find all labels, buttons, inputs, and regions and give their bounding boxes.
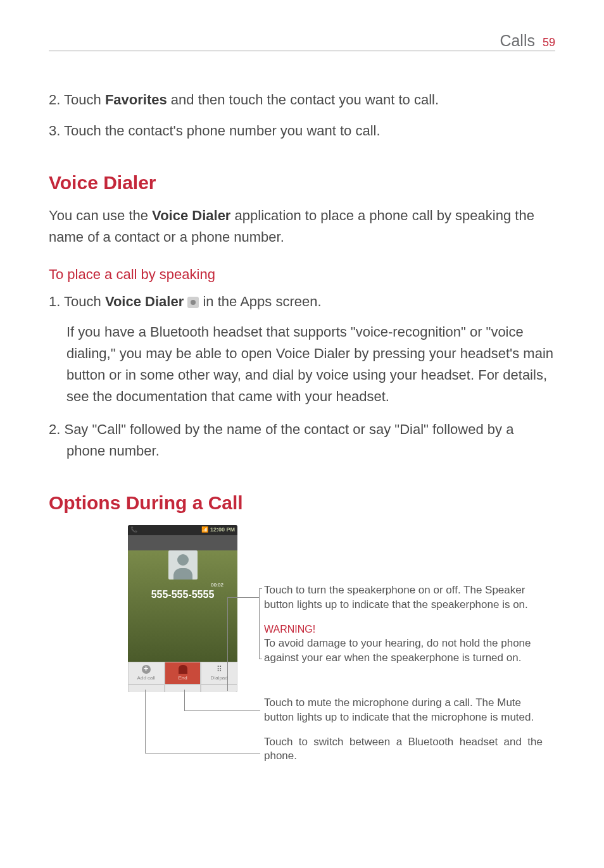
mute-button[interactable]: Mute: [165, 685, 201, 692]
callout-line: [227, 597, 260, 598]
step-text-pre: Touch: [60, 92, 105, 108]
end-call-button[interactable]: End: [165, 662, 201, 685]
page-content: 2. Touch Favorites and then touch the co…: [49, 89, 555, 791]
step1-post: in the Apps screen.: [203, 294, 321, 309]
place-call-heading: To place a call by speaking: [49, 266, 555, 283]
button-row-2: Bluetooth Mute Speaker: [128, 685, 237, 692]
bluetooth-callout: Touch to switch between a Bluetooth head…: [264, 735, 543, 764]
call-background: 00:02 555-555-5555: [128, 550, 237, 662]
page-header: Calls 59: [500, 32, 555, 50]
step-2-say-call: 2. Say "Call" followed by the name of th…: [49, 419, 555, 462]
voice-dialer-intro: You can use the Voice Dialer application…: [49, 205, 555, 248]
callout-line: [227, 657, 228, 691]
phone-number: 555-555-5555: [128, 589, 237, 600]
step-num: 3.: [49, 123, 60, 139]
intro-pre: You can use the: [49, 208, 152, 223]
signal-icon: 📶: [201, 526, 210, 533]
add-call-label: Add call: [137, 675, 155, 681]
options-heading: Options During a Call: [49, 492, 555, 514]
end-call-icon: [179, 665, 187, 674]
step-num: 2.: [49, 92, 60, 108]
contact-avatar: [168, 550, 198, 580]
step-text: Touch the contact's phone number you wan…: [60, 123, 380, 139]
speaker-callout: Touch to turn the speakerphone on or off…: [264, 583, 543, 612]
dialpad-label: Dialpad: [211, 675, 228, 681]
step-1-voice-dialer: 1. Touch Voice Dialer in the Apps screen…: [49, 290, 555, 313]
phone-screenshot: 📞 📶 12:00 PM 00:02 555-555-5555 Add call…: [128, 525, 237, 692]
warning-label: WARNING!: [264, 623, 543, 636]
callout-bracket: [259, 588, 262, 659]
step-2-favorites: 2. Touch Favorites and then touch the co…: [49, 89, 555, 111]
callout-column: Touch to turn the speakerphone on or off…: [264, 583, 543, 774]
call-status-icon: 📞: [130, 526, 137, 533]
plus-icon: [142, 665, 151, 674]
warning-callout: WARNING! To avoid damage to your hearing…: [264, 623, 543, 665]
step-bold: Favorites: [105, 92, 167, 108]
status-time: 12:00 PM: [210, 526, 235, 533]
speaker-button[interactable]: Speaker: [201, 685, 237, 692]
step-1-detail: If you have a Bluetooth headset that sup…: [49, 321, 555, 407]
intro-bold: Voice Dialer: [152, 208, 230, 223]
call-timer: 00:02: [128, 582, 237, 588]
add-call-button[interactable]: Add call: [128, 662, 165, 685]
call-screen-diagram: 📞 📶 12:00 PM 00:02 555-555-5555 Add call…: [49, 525, 555, 791]
step-text-post: and then touch the contact you want to c…: [167, 92, 439, 108]
bluetooth-button[interactable]: Bluetooth: [128, 685, 165, 692]
callout-line: [184, 710, 260, 711]
callout-line: [227, 597, 228, 657]
mute-callout: Touch to mute the microphone during a ca…: [264, 696, 543, 725]
end-label: End: [178, 675, 187, 681]
dialpad-icon: ⠿: [215, 665, 223, 674]
dialpad-button[interactable]: ⠿Dialpad: [201, 662, 237, 685]
callout-line: [184, 690, 185, 710]
step1-bold: Voice Dialer: [105, 294, 184, 309]
callout-line: [145, 690, 146, 753]
status-bar: 📞 📶 12:00 PM: [128, 525, 237, 535]
section-title: Calls: [500, 32, 535, 50]
button-row-1: Add call End ⠿Dialpad: [128, 662, 237, 685]
page-number: 59: [543, 36, 555, 49]
step1-pre: 1. Touch: [49, 294, 105, 309]
header-divider: [49, 51, 555, 51]
warning-text: To avoid damage to your hearing, do not …: [264, 636, 543, 666]
callout-line: [145, 753, 260, 753]
voice-dialer-heading: Voice Dialer: [49, 172, 555, 194]
step-3-contact-number: 3. Touch the contact's phone number you …: [49, 120, 555, 142]
voice-dialer-icon: [187, 297, 199, 308]
